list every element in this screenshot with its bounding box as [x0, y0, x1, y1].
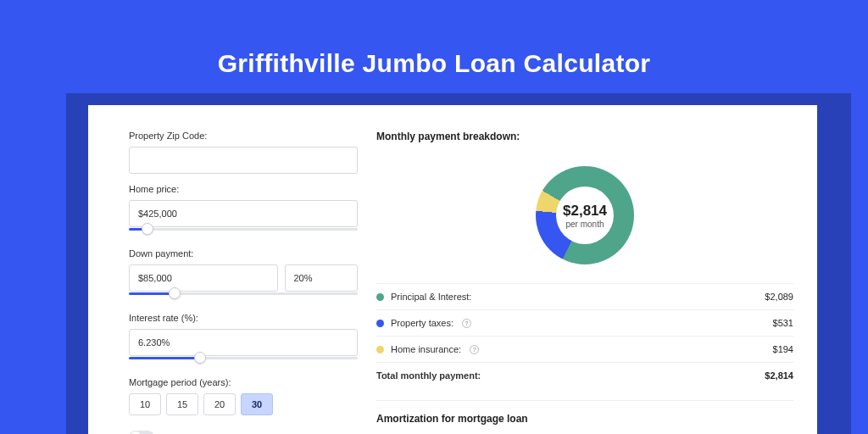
interest-input[interactable] [129, 329, 358, 356]
breakdown-panel: Monthly payment breakdown: $2,814 per mo… [358, 124, 793, 434]
zip-input[interactable] [129, 147, 358, 174]
breakdown-row: Principal & Interest:$2,089 [376, 283, 793, 309]
breakdown-value: $531 [773, 318, 793, 328]
slider-thumb[interactable] [194, 352, 206, 364]
donut-chart: $2,814 per month [376, 147, 793, 283]
zip-label: Property Zip Code: [129, 131, 358, 141]
interest-slider[interactable] [129, 355, 358, 367]
breakdown-row: Home insurance:?$194 [376, 336, 793, 362]
breakdown-value: $194 [773, 344, 793, 354]
period-option-30[interactable]: 30 [241, 393, 273, 415]
period-option-15[interactable]: 15 [166, 393, 198, 415]
breakdown-row: Property taxes:?$531 [376, 309, 793, 336]
total-label: Total monthly payment: [376, 370, 481, 381]
donut-amount: $2,814 [563, 203, 607, 220]
page-title: Griffithville Jumbo Loan Calculator [0, 0, 868, 78]
slider-thumb[interactable] [169, 287, 181, 299]
down-payment-slider[interactable] [129, 291, 358, 303]
interest-label: Interest rate (%): [129, 313, 358, 323]
donut-sub: per month [565, 220, 604, 229]
form-panel: Property Zip Code: Home price: Down paym… [129, 124, 358, 434]
legend-dot [376, 346, 384, 353]
veteran-toggle[interactable] [129, 431, 154, 434]
breakdown-title: Monthly payment breakdown: [376, 131, 793, 142]
amortization-title: Amortization for mortgage loan [376, 400, 793, 425]
calculator-card: Property Zip Code: Home price: Down paym… [88, 105, 817, 434]
info-icon[interactable]: ? [462, 319, 471, 328]
breakdown-label: Principal & Interest: [391, 292, 471, 302]
total-value: $2,814 [765, 370, 793, 381]
home-price-input[interactable] [129, 200, 358, 227]
home-price-label: Home price: [129, 184, 358, 194]
period-option-10[interactable]: 10 [129, 393, 161, 415]
total-row: Total monthly payment: $2,814 [376, 362, 793, 388]
home-price-slider[interactable] [129, 226, 358, 238]
down-payment-pct-input[interactable] [285, 264, 359, 292]
period-options: 10152030 [129, 393, 358, 415]
down-payment-input[interactable] [129, 264, 278, 292]
breakdown-label: Property taxes: [391, 318, 453, 328]
info-icon[interactable]: ? [470, 345, 479, 354]
down-payment-label: Down payment: [129, 248, 358, 259]
legend-dot [376, 293, 384, 301]
legend-dot [376, 320, 384, 327]
breakdown-label: Home insurance: [391, 344, 461, 354]
period-option-20[interactable]: 20 [203, 393, 236, 415]
period-label: Mortgage period (years): [129, 377, 358, 387]
slider-thumb[interactable] [142, 223, 153, 235]
breakdown-value: $2,089 [765, 292, 793, 302]
